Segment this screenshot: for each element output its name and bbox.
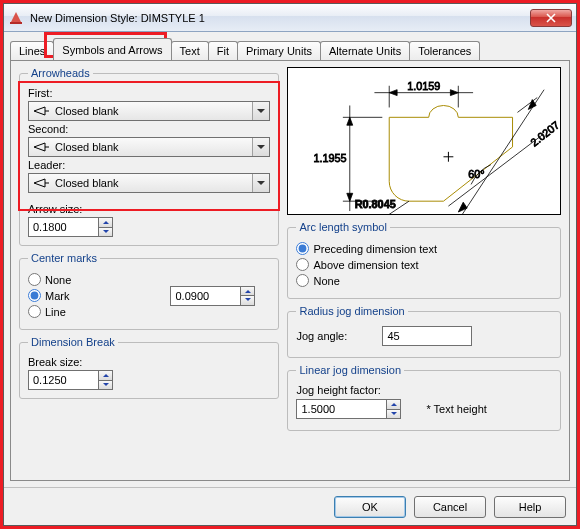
svg-marker-4 bbox=[34, 143, 45, 151]
center-mark-radio[interactable]: Mark bbox=[28, 289, 162, 302]
group-radius-jog: Radius jog dimension Jog angle: bbox=[287, 305, 561, 358]
tab-lines[interactable]: Lines bbox=[10, 41, 54, 60]
jog-height-input[interactable] bbox=[296, 399, 386, 419]
jog-height-suffix: * Text height bbox=[426, 403, 486, 415]
tab-text[interactable]: Text bbox=[171, 41, 209, 60]
svg-marker-2 bbox=[34, 107, 45, 115]
tab-tolerances[interactable]: Tolerances bbox=[409, 41, 480, 60]
help-button[interactable]: Help bbox=[494, 496, 566, 518]
arrowheads-legend: Arrowheads bbox=[28, 67, 93, 79]
preview-radius: R0.8045 bbox=[355, 198, 396, 210]
titlebar: New Dimension Style: DIMSTYLE 1 bbox=[4, 4, 576, 32]
second-arrow-combo[interactable]: Closed blank bbox=[28, 137, 270, 157]
closed-blank-icon bbox=[33, 175, 49, 191]
arrow-size-label: Arrow size: bbox=[28, 203, 270, 215]
preview-dim-2: 1.1955 bbox=[314, 152, 347, 164]
svg-line-22 bbox=[462, 90, 545, 214]
svg-marker-13 bbox=[390, 90, 398, 96]
leader-arrow-combo[interactable]: Closed blank bbox=[28, 173, 270, 193]
tab-panel: Arrowheads First: Closed blank Second: C… bbox=[10, 60, 570, 481]
first-arrow-combo[interactable]: Closed blank bbox=[28, 101, 270, 121]
ok-button[interactable]: OK bbox=[334, 496, 406, 518]
spin-down-icon[interactable] bbox=[240, 295, 255, 306]
group-center-marks: Center marks None Mark Line bbox=[19, 252, 279, 330]
jog-height-label: Jog height factor: bbox=[296, 384, 552, 396]
center-none-radio[interactable]: None bbox=[28, 273, 162, 286]
second-label: Second: bbox=[28, 123, 270, 135]
break-size-spinner[interactable] bbox=[28, 370, 128, 390]
arc-none-radio[interactable]: None bbox=[296, 274, 552, 287]
spin-down-icon[interactable] bbox=[98, 227, 113, 238]
arrow-size-input[interactable] bbox=[28, 217, 98, 237]
group-arc-length: Arc length symbol Preceding dimension te… bbox=[287, 221, 561, 299]
preview-dim-1: 1.0159 bbox=[408, 80, 441, 92]
svg-marker-19 bbox=[347, 193, 353, 201]
tab-strip: Lines Symbols and Arrows Text Fit Primar… bbox=[4, 32, 576, 60]
first-arrow-value: Closed blank bbox=[53, 105, 252, 117]
svg-marker-18 bbox=[347, 117, 353, 125]
closed-blank-icon bbox=[33, 103, 49, 119]
preview-dim-3: 2.0207 bbox=[529, 119, 560, 149]
spin-up-icon[interactable] bbox=[98, 217, 113, 227]
button-bar: OK Cancel Help bbox=[4, 487, 576, 525]
close-button[interactable] bbox=[530, 9, 572, 27]
chevron-down-icon bbox=[252, 138, 269, 156]
first-label: First: bbox=[28, 87, 270, 99]
spin-up-icon[interactable] bbox=[240, 286, 255, 296]
break-size-input[interactable] bbox=[28, 370, 98, 390]
spin-down-icon[interactable] bbox=[98, 380, 113, 391]
spin-down-icon[interactable] bbox=[386, 409, 401, 420]
center-size-input[interactable] bbox=[170, 286, 240, 306]
dimbreak-legend: Dimension Break bbox=[28, 336, 118, 348]
spin-up-icon[interactable] bbox=[98, 370, 113, 380]
chevron-down-icon bbox=[252, 102, 269, 120]
linjog-legend: Linear jog dimension bbox=[296, 364, 404, 376]
tab-primary-units[interactable]: Primary Units bbox=[237, 41, 321, 60]
radjog-legend: Radius jog dimension bbox=[296, 305, 407, 317]
svg-marker-24 bbox=[459, 202, 468, 212]
jog-angle-label: Jog angle: bbox=[296, 330, 376, 342]
group-arrowheads: Arrowheads First: Closed blank Second: C… bbox=[19, 67, 279, 246]
dimension-preview: 1.0159 1.1955 2.0207 60° bbox=[287, 67, 561, 215]
svg-marker-6 bbox=[34, 179, 45, 187]
cancel-button[interactable]: Cancel bbox=[414, 496, 486, 518]
group-linear-jog: Linear jog dimension Jog height factor: … bbox=[287, 364, 561, 431]
center-size-spinner[interactable] bbox=[170, 286, 270, 306]
svg-marker-14 bbox=[451, 90, 459, 96]
jog-height-spinner[interactable] bbox=[296, 399, 416, 419]
arrow-size-spinner[interactable] bbox=[28, 217, 128, 237]
arc-above-radio[interactable]: Above dimension text bbox=[296, 258, 552, 271]
group-dimension-break: Dimension Break Break size: bbox=[19, 336, 279, 399]
arc-legend: Arc length symbol bbox=[296, 221, 389, 233]
center-line-radio[interactable]: Line bbox=[28, 305, 162, 318]
window-title: New Dimension Style: DIMSTYLE 1 bbox=[30, 12, 530, 24]
spin-up-icon[interactable] bbox=[386, 399, 401, 409]
svg-line-21 bbox=[449, 135, 543, 206]
closed-blank-icon bbox=[33, 139, 49, 155]
leader-label: Leader: bbox=[28, 159, 270, 171]
arc-preceding-radio[interactable]: Preceding dimension text bbox=[296, 242, 552, 255]
jog-angle-input[interactable] bbox=[382, 326, 472, 346]
tab-alternate-units[interactable]: Alternate Units bbox=[320, 41, 410, 60]
tab-symbols-arrows[interactable]: Symbols and Arrows bbox=[53, 38, 171, 60]
dialog-window: New Dimension Style: DIMSTYLE 1 Lines Sy… bbox=[3, 3, 577, 526]
preview-angle: 60° bbox=[469, 168, 485, 180]
break-size-label: Break size: bbox=[28, 356, 270, 368]
leader-arrow-value: Closed blank bbox=[53, 177, 252, 189]
app-icon bbox=[8, 10, 24, 26]
second-arrow-value: Closed blank bbox=[53, 141, 252, 153]
svg-rect-1 bbox=[10, 22, 22, 24]
tab-fit[interactable]: Fit bbox=[208, 41, 238, 60]
center-legend: Center marks bbox=[28, 252, 100, 264]
chevron-down-icon bbox=[252, 174, 269, 192]
